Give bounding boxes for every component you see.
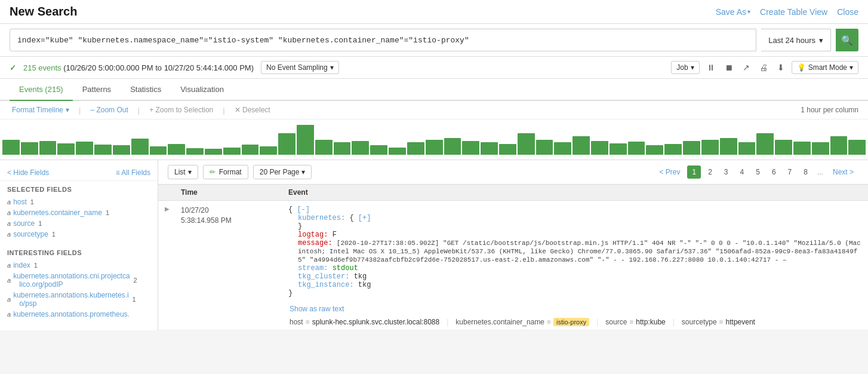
tab-events[interactable]: Events (215) <box>10 79 73 101</box>
event-fields-footer: host = splunk-hec.splunk.svc.cluster.loc… <box>158 315 868 330</box>
field-source-link[interactable]: source <box>13 219 35 228</box>
page-5-button[interactable]: 5 <box>751 165 765 179</box>
selected-fields-title: SELECTED FIELDS <box>7 186 150 193</box>
top-header: New Search Save As ▾ Create Table View C… <box>0 0 868 24</box>
zoom-to-selection-button[interactable]: + Zoom to Selection <box>147 105 216 115</box>
chart-bar <box>297 125 314 155</box>
status-left: ✓ 215 events (10/26/20 5:00:00.000 PM to… <box>10 61 339 74</box>
results-pane: List ▾ ✏ Format 20 Per Page ▾ < Prev 1 2… <box>158 160 868 330</box>
chart-bar <box>352 141 369 155</box>
per-page-caret-icon: ▾ <box>301 168 305 176</box>
chart-bars <box>0 122 868 155</box>
page-3-button[interactable]: 3 <box>719 165 733 179</box>
chart-bar <box>812 142 829 155</box>
chart-bar <box>536 140 553 155</box>
table-row: ▶ 10/27/20 5:38:14.958 PM { [-] kubernet… <box>158 201 868 330</box>
time-picker-button[interactable]: Last 24 hours ▾ <box>761 29 831 51</box>
collapse-link[interactable]: [-] <box>297 206 310 214</box>
stop-button[interactable]: ⏹ <box>722 60 735 75</box>
page-6-button[interactable]: 6 <box>767 165 781 179</box>
print-button[interactable]: 🖨 <box>757 60 770 75</box>
chart-bar <box>39 141 57 155</box>
smart-mode-button[interactable]: 💡 Smart Mode ▾ <box>792 61 858 74</box>
event-json-cell: { [-] kubernetes: { [+] } logtag: F mess… <box>284 203 868 300</box>
field-host-link[interactable]: host <box>13 198 27 206</box>
event-count: 215 events <box>23 63 61 72</box>
prev-page-button[interactable]: < Prev <box>654 165 685 179</box>
next-page-button[interactable]: Next > <box>828 165 858 179</box>
field-kv-sourcetype: sourcetype = httpevent <box>682 318 755 326</box>
field-k8s-annotations-prometheus-link[interactable]: kubernetes.annotations.prometheus. <box>13 310 130 318</box>
status-bar: ✓ 215 events (10/26/20 5:00:00.000 PM to… <box>0 57 868 79</box>
save-as-button[interactable]: Save As ▾ <box>716 7 750 17</box>
pencil-icon: ✏ <box>210 168 216 176</box>
job-button[interactable]: Job ▾ <box>671 61 699 74</box>
interesting-fields-title: INTERESTING FIELDS <box>7 249 150 256</box>
share-button[interactable]: ↗ <box>740 60 752 75</box>
highlighted-value: istio-proxy <box>553 318 589 326</box>
event-date: 10/27/20 <box>181 206 279 216</box>
field-kv-container-name: kubernetes.container_name = istio-proxy <box>455 318 589 326</box>
format-timeline-button[interactable]: Format Timeline ▾ <box>10 105 72 115</box>
expand-icon[interactable]: ▶ <box>165 206 170 212</box>
hide-fields-button[interactable]: < Hide Fields <box>7 168 49 177</box>
field-k8s-annotations-calico-link[interactable]: kubernetes.annotations.cni.projectca lic… <box>13 272 130 289</box>
chart-bar <box>775 140 792 155</box>
chart-bar <box>738 142 756 155</box>
event-time-cell: 10/27/20 5:38:14.958 PM <box>176 203 284 300</box>
time-range-label: Last 24 hours <box>768 36 815 45</box>
selected-fields-section: SELECTED FIELDS a host 1 a kubernetes.co… <box>0 181 158 244</box>
expand-kubernetes-link[interactable]: [+] <box>358 214 371 222</box>
no-event-sampling-button[interactable]: No Event Sampling ▾ <box>261 61 339 74</box>
zoom-out-button[interactable]: – Zoom Out <box>88 105 130 115</box>
page-1-button[interactable]: 1 <box>687 165 701 179</box>
chart-bar <box>186 148 204 155</box>
scale-label: 1 hour per column <box>801 106 858 114</box>
status-events: 215 events (10/26/20 5:00:00.000 PM to 1… <box>23 63 254 72</box>
table-header: Time Event <box>158 185 868 201</box>
list-dropdown-button[interactable]: List ▾ <box>168 165 198 179</box>
list-caret-icon: ▾ <box>188 168 192 176</box>
page-2-button[interactable]: 2 <box>703 165 717 179</box>
create-table-view-button[interactable]: Create Table View <box>760 7 827 17</box>
close-button[interactable]: Close <box>837 7 858 17</box>
all-fields-button[interactable]: ≡ All Fields <box>116 168 150 177</box>
status-check-icon: ✓ <box>10 63 16 72</box>
tab-visualization[interactable]: Visualization <box>171 79 233 101</box>
tab-patterns[interactable]: Patterns <box>73 79 121 101</box>
sidebar: < Hide Fields ≡ All Fields SELECTED FIEL… <box>0 160 158 330</box>
list-item: a source 1 <box>7 218 150 229</box>
field-kubernetes-container-name-link[interactable]: kubernetes.container_name <box>13 209 102 217</box>
pause-button[interactable]: ⏸ <box>704 60 718 75</box>
tab-statistics[interactable]: Statistics <box>121 79 171 101</box>
list-item: a kubernetes.annotations.cni.projectca l… <box>7 271 150 290</box>
main-content: < Hide Fields ≡ All Fields SELECTED FIEL… <box>0 160 868 330</box>
search-bar: Last 24 hours ▾ 🔍 <box>0 24 868 57</box>
export-button[interactable]: ⬇ <box>775 60 787 75</box>
search-button[interactable]: 🔍 <box>836 29 858 51</box>
chart-bar <box>407 142 424 155</box>
chart-bar <box>720 138 737 155</box>
field-k8s-annotations-psp-link[interactable]: kubernetes.annotations.kubernetes.i o/ps… <box>13 291 128 308</box>
list-item: a index 1 <box>7 260 150 271</box>
field-sourcetype-link[interactable]: sourcetype <box>13 230 48 238</box>
sidebar-header: < Hide Fields ≡ All Fields <box>0 165 158 181</box>
col-event-header: Event <box>284 188 868 197</box>
page-7-button[interactable]: 7 <box>783 165 797 179</box>
field-index-link[interactable]: index <box>13 261 30 269</box>
show-raw-text-link[interactable]: Show as raw text <box>158 302 868 315</box>
chart-bar <box>205 149 222 155</box>
page-8-button[interactable]: 8 <box>799 165 812 179</box>
chart-bar <box>76 142 93 155</box>
format-button[interactable]: ✏ Format <box>203 165 248 179</box>
chart-bar <box>113 145 130 155</box>
per-page-button[interactable]: 20 Per Page ▾ <box>253 165 312 179</box>
smart-mode-caret-icon: ▾ <box>849 63 853 72</box>
field-kv-source: source = http:kube <box>605 318 665 326</box>
list-item: a kubernetes.annotations.prometheus. <box>7 309 150 320</box>
event-time: 5:38:14.958 PM <box>181 216 279 226</box>
page-4-button[interactable]: 4 <box>735 165 749 179</box>
deselect-button[interactable]: ✕ Deselect <box>232 105 273 115</box>
chart-bar <box>168 144 185 155</box>
search-input[interactable] <box>10 29 756 51</box>
